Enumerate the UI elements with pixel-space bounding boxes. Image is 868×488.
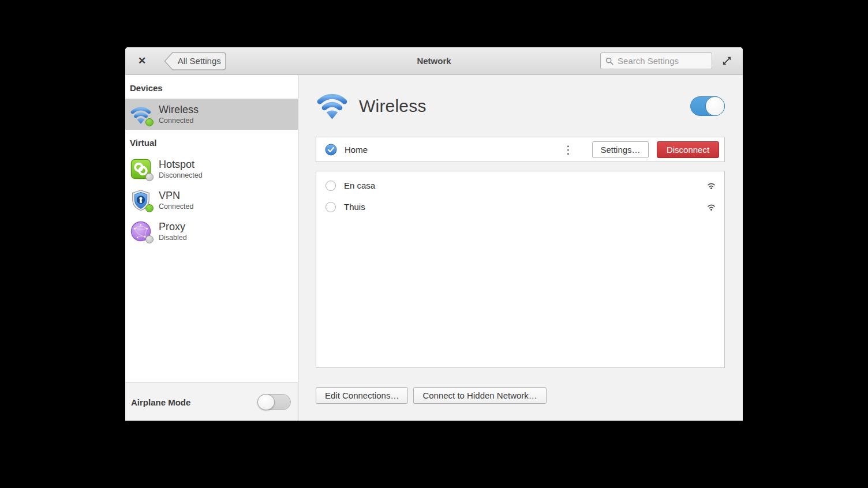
- active-network-name: Home: [345, 145, 368, 155]
- sidebar-item-wireless[interactable]: Wireless Connected: [125, 99, 298, 130]
- connect-hidden-network-button[interactable]: Connect to Hidden Network…: [413, 387, 546, 404]
- sidebar: Devices Wireless Connected: [125, 75, 298, 421]
- all-settings-back-button[interactable]: All Settings: [163, 52, 227, 70]
- hotspot-icon: [130, 158, 152, 180]
- main-panel: Wireless Home ⋮ Settings… Disconnect: [298, 75, 743, 421]
- window-body: Devices Wireless Connected: [125, 75, 743, 421]
- sidebar-item-status: Connected: [159, 117, 199, 125]
- airplane-mode-label: Airplane Mode: [131, 397, 190, 407]
- airplane-mode-toggle[interactable]: [257, 394, 291, 410]
- titlebar: ✕ All Settings Network: [125, 47, 743, 75]
- search-icon: [605, 57, 613, 66]
- sidebar-item-hotspot[interactable]: Hotspot Disconnected: [125, 153, 298, 185]
- sidebar-item-label: Proxy: [159, 221, 187, 233]
- wireless-header: Wireless: [316, 75, 725, 137]
- network-name: Thuis: [344, 202, 365, 212]
- sidebar-item-vpn[interactable]: VPN Connected: [125, 185, 298, 216]
- active-connection-row: Home ⋮ Settings… Disconnect: [316, 137, 725, 162]
- wifi-icon: [130, 103, 152, 125]
- sidebar-item-label: Wireless: [159, 104, 199, 116]
- wifi-networks-list: En casa Thuis: [316, 171, 725, 368]
- sidebar-item-status: Disconnected: [159, 171, 203, 179]
- status-dot-disabled: [145, 235, 154, 243]
- settings-button[interactable]: Settings…: [592, 141, 649, 158]
- close-icon[interactable]: ✕: [136, 55, 148, 67]
- more-options-icon[interactable]: ⋮: [559, 144, 577, 155]
- sidebar-section-virtual: Virtual: [125, 130, 298, 153]
- search-input-wrapper: [600, 52, 712, 69]
- wifi-icon-large: [316, 88, 349, 123]
- edit-connections-button[interactable]: Edit Connections…: [316, 387, 408, 404]
- vpn-shield-icon: [130, 189, 152, 211]
- wifi-signal-icon: [706, 182, 716, 190]
- sidebar-item-proxy[interactable]: Proxy Disabled: [125, 216, 298, 247]
- sidebar-item-label: Hotspot: [159, 159, 203, 171]
- maximize-icon[interactable]: [721, 55, 732, 66]
- sidebar-item-status: Disabled: [159, 234, 187, 242]
- radio-unselected[interactable]: [326, 202, 336, 212]
- status-dot-connected: [145, 118, 154, 126]
- back-button-label: All Settings: [175, 52, 223, 70]
- airplane-mode-row: Airplane Mode: [125, 382, 298, 421]
- proxy-globe-icon: [130, 220, 152, 242]
- sidebar-item-status: Connected: [159, 202, 193, 211]
- sidebar-section-devices: Devices: [125, 75, 298, 99]
- wireless-toggle[interactable]: [690, 96, 725, 116]
- connected-check-icon: [325, 144, 337, 156]
- sidebar-item-label: VPN: [159, 190, 193, 202]
- network-list-item[interactable]: En casa: [316, 175, 724, 196]
- disconnect-button[interactable]: Disconnect: [657, 141, 719, 158]
- page-title: Wireless: [359, 96, 426, 116]
- network-settings-window: ✕ All Settings Network D: [125, 47, 743, 421]
- network-list-item[interactable]: Thuis: [316, 196, 724, 217]
- search-input[interactable]: [618, 56, 707, 66]
- radio-unselected[interactable]: [326, 181, 336, 191]
- status-dot-connected: [145, 204, 154, 212]
- wifi-signal-icon: [706, 203, 716, 211]
- status-dot-disconnected: [145, 173, 154, 181]
- footer-actions: Edit Connections… Connect to Hidden Netw…: [316, 387, 725, 404]
- network-name: En casa: [344, 181, 375, 190]
